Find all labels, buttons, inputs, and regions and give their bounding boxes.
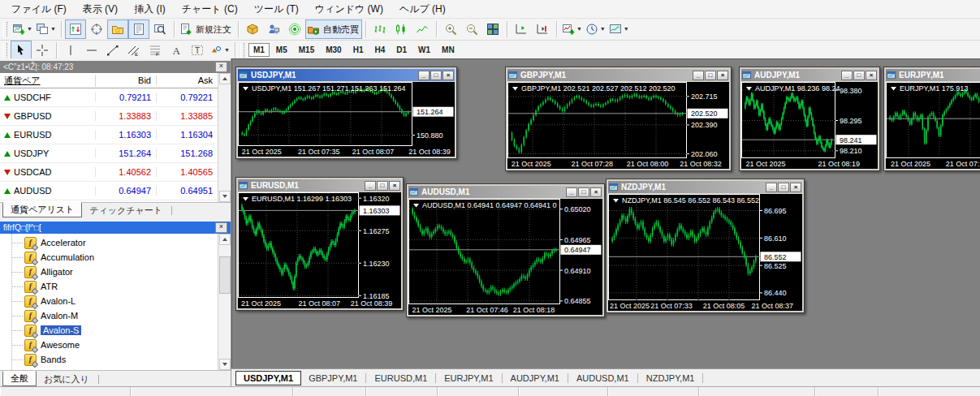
timeframe-d1[interactable]: D1 (391, 43, 412, 57)
text-label-button[interactable]: T (187, 41, 208, 60)
chevron-down-icon[interactable]: ▼ (600, 20, 606, 38)
bars-button[interactable] (369, 19, 391, 39)
chart-area[interactable]: 98.38098.29598.24198.21021 Oct 202521 Oc… (741, 82, 878, 169)
chart-shift-button[interactable] (511, 19, 532, 39)
experts-button[interactable] (263, 19, 284, 39)
navigator-item-awesome[interactable]: fAwesome (0, 338, 231, 352)
chart-window-titlebar[interactable]: EURJPY,M1_□× (886, 69, 980, 81)
minimize-icon[interactable]: _ (418, 71, 430, 80)
market-watch-column-header[interactable]: Bid (96, 75, 157, 85)
chart-canvas[interactable]: 98.38098.29598.24198.21021 Oct 202521 Oc… (741, 82, 878, 169)
horizontal-line-button[interactable] (81, 41, 102, 60)
scroll-down-icon[interactable] (219, 191, 231, 202)
periods-button[interactable]: ▼ (584, 19, 607, 39)
timeframe-w1[interactable]: W1 (413, 43, 435, 57)
line-chart-button[interactable] (412, 19, 433, 39)
window-tab-audusd-m1[interactable]: AUDUSD,M1 (569, 372, 637, 385)
chart-window-titlebar[interactable]: NZDJPY,M1_□× (608, 181, 802, 193)
cursor-button[interactable] (11, 41, 32, 60)
terminal-button[interactable] (128, 19, 149, 39)
maximize-icon[interactable]: □ (705, 71, 716, 80)
market-watch-row-gbpusd[interactable]: GBPUSD1.338831.33885 (0, 107, 218, 126)
tester-button[interactable] (149, 19, 171, 39)
profiles-button[interactable]: ▼ (34, 19, 58, 39)
signals-button[interactable] (284, 19, 305, 39)
market-watch-row-usdcad[interactable]: USDCAD1.405621.40565 (0, 163, 218, 182)
minimize-icon[interactable]: _ (365, 181, 376, 191)
chart-window-eurjpy-m1[interactable]: EURJPY,M1_□×21 Oct 202521 Oct 07:1EURJPY… (883, 67, 980, 171)
chart-area[interactable]: 21 Oct 202521 Oct 07:1EURJPY,M1 175.913 (886, 82, 980, 169)
market-watch-button[interactable] (65, 19, 86, 39)
navigator-item-accelerator[interactable]: fAccelerator (0, 235, 231, 250)
navigator-item-avalon-s[interactable]: fAvalon-S (0, 323, 231, 338)
window-tab-usdjpy-m1[interactable]: USDJPY,M1 (235, 371, 301, 385)
market-watch-column-header[interactable]: Ask (157, 75, 218, 85)
chart-canvas[interactable]: 202.715202.520202.390202.06021 Oct 20252… (507, 82, 729, 169)
chart-window-titlebar[interactable]: USDJPY,M1_□× (238, 69, 455, 81)
timeframe-m15[interactable]: M15 (294, 43, 319, 57)
market-watch-row-eurusd[interactable]: EURUSD1.163031.16304 (0, 126, 218, 144)
menu-item-4[interactable]: ツール (T) (246, 1, 307, 18)
menu-item-2[interactable]: 挿入 (I) (126, 1, 174, 18)
fibonacci-button[interactable]: F (145, 41, 166, 60)
close-icon[interactable]: × (790, 183, 801, 192)
channel-button[interactable]: E (123, 41, 145, 60)
menu-item-0[interactable]: ファイル (F) (3, 1, 75, 18)
templates-button[interactable]: ▼ (607, 19, 631, 39)
zoom-in-button[interactable] (440, 19, 461, 39)
navigator-item-alligator[interactable]: fAlligator (0, 265, 231, 279)
minimize-icon[interactable]: _ (766, 183, 777, 192)
menu-item-6[interactable]: ヘルプ (H) (391, 1, 454, 18)
toolbar-grip[interactable] (240, 43, 244, 58)
menu-item-5[interactable]: ウィンドウ (W) (307, 1, 391, 18)
maximize-icon[interactable]: □ (853, 71, 865, 80)
maximize-icon[interactable]: □ (430, 71, 442, 80)
chart-window-titlebar[interactable]: AUDUSD,M1_□× (408, 186, 602, 198)
market-watch-scrollbar[interactable] (218, 73, 231, 202)
chart-window-titlebar[interactable]: AUDJPY,M1_□× (741, 69, 878, 81)
close-icon[interactable]: × (866, 71, 877, 80)
candles-button[interactable] (391, 19, 412, 39)
chart-canvas[interactable]: 1.163201.163031.162751.162301.1618521 Oc… (238, 192, 401, 308)
scroll-down-icon[interactable] (219, 359, 231, 370)
chart-window-eurusd-m1[interactable]: EURUSD,M1_□×1.163201.163031.162751.16230… (235, 177, 404, 311)
window-tab-gbpjpy-m1[interactable]: GBPJPY,M1 (301, 372, 365, 385)
navigator-item-bands[interactable]: fBands (0, 352, 231, 367)
timeframe-m5[interactable]: M5 (271, 43, 292, 57)
market-watch-row-audusd[interactable]: AUDUSD0.649470.64951 (0, 182, 218, 200)
chart-window-usdjpy-m1[interactable]: USDJPY,M1_□×151.264150.88021 Oct 202521 … (235, 67, 457, 159)
chart-area[interactable]: 1.163201.163031.162751.162301.1618521 Oc… (238, 192, 401, 308)
maximize-icon[interactable]: □ (377, 181, 388, 191)
navigator-tab[interactable]: 全般 (2, 371, 37, 386)
window-tab-eurusd-m1[interactable]: EURUSD,M1 (367, 372, 434, 385)
timeframe-h4[interactable]: H4 (369, 43, 390, 57)
minimize-icon[interactable]: _ (693, 71, 704, 80)
indicators-button[interactable]: ▼ (560, 19, 584, 39)
new-order-button[interactable]: 新規注文 (178, 19, 235, 39)
chevron-down-icon[interactable]: ▼ (576, 20, 582, 38)
toolbar-grip[interactable] (3, 22, 7, 37)
chevron-down-icon[interactable]: ▼ (27, 20, 32, 38)
chevron-down-icon[interactable]: ▼ (50, 20, 56, 38)
market-watch-column-header[interactable]: 通貨ペア (0, 75, 96, 87)
autotrading-button[interactable]: 自動売買 (305, 19, 362, 39)
zoom-out-button[interactable] (461, 19, 482, 39)
timeframe-h1[interactable]: H1 (348, 43, 369, 57)
close-icon[interactable]: × (215, 62, 227, 72)
tile-windows-button[interactable] (482, 19, 503, 39)
maximize-icon[interactable]: □ (578, 187, 589, 197)
data-window-button[interactable] (86, 19, 107, 39)
timeframe-mn[interactable]: MN (437, 43, 460, 57)
market-watch-row-usdchf[interactable]: USDCHF0.792110.79221 (0, 88, 218, 107)
chart-window-gbpjpy-m1[interactable]: GBPJPY,M1_□×202.715202.520202.390202.060… (505, 67, 732, 171)
scroll-thumb[interactable] (219, 256, 231, 294)
new-chart-button[interactable]: ▼ (11, 19, 34, 39)
chart-area[interactable]: 202.715202.520202.390202.06021 Oct 20252… (507, 82, 729, 169)
crosshair-button[interactable] (32, 41, 53, 60)
maximize-icon[interactable]: □ (778, 183, 789, 192)
vertical-line-button[interactable] (60, 41, 81, 60)
chart-window-titlebar[interactable]: GBPJPY,M1_□× (507, 69, 729, 81)
market-watch-row-eurgbp[interactable]: EURGBP0.868600.86869 (0, 200, 218, 202)
metaeditor-button[interactable] (242, 19, 263, 39)
navigator-scrollbar[interactable] (218, 234, 231, 370)
